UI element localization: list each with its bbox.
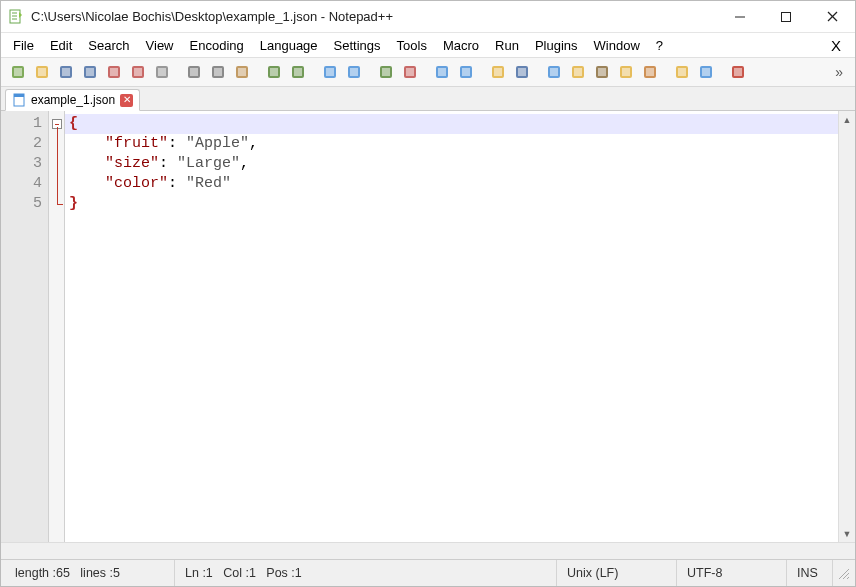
svg-rect-41 — [438, 68, 446, 76]
sync-v-icon[interactable] — [431, 61, 453, 83]
svg-rect-59 — [678, 68, 686, 76]
close-all-icon[interactable] — [127, 61, 149, 83]
svg-rect-19 — [134, 68, 142, 76]
svg-rect-55 — [622, 68, 630, 76]
status-cursor: Ln : 1 Col : 1 Pos : 1 — [175, 560, 557, 586]
status-encoding[interactable]: UTF-8 — [677, 560, 787, 586]
menu-file[interactable]: File — [5, 36, 42, 55]
svg-rect-57 — [646, 68, 654, 76]
svg-rect-21 — [158, 68, 166, 76]
status-eol[interactable]: Unix (LF) — [557, 560, 677, 586]
toolbar-overflow-icon[interactable]: » — [829, 64, 849, 80]
svg-rect-53 — [598, 68, 606, 76]
svg-line-68 — [847, 577, 849, 579]
monitor-icon[interactable] — [671, 61, 693, 83]
svg-rect-17 — [110, 68, 118, 76]
menu-edit[interactable]: Edit — [42, 36, 80, 55]
editor[interactable]: 12345 { "fruit": "Apple", "size": "Large… — [1, 111, 838, 542]
menu-view[interactable]: View — [138, 36, 182, 55]
menu-encoding[interactable]: Encoding — [182, 36, 252, 55]
zoom-in-icon[interactable] — [375, 61, 397, 83]
print-icon[interactable] — [151, 61, 173, 83]
horizontal-scrollbar[interactable] — [1, 542, 855, 559]
svg-rect-43 — [462, 68, 470, 76]
resize-grip-icon[interactable] — [833, 565, 851, 581]
toolbar: » — [1, 57, 855, 87]
status-length-lines: length : 65 lines : 5 — [5, 560, 175, 586]
close-button[interactable] — [809, 1, 855, 33]
func-list-icon[interactable] — [615, 61, 637, 83]
code-line[interactable]: } — [65, 194, 838, 214]
status-insert-mode[interactable]: INS — [787, 560, 833, 586]
svg-rect-11 — [38, 68, 46, 76]
code-line[interactable]: { — [65, 114, 838, 134]
menu-settings[interactable]: Settings — [326, 36, 389, 55]
all-chars-icon[interactable] — [511, 61, 533, 83]
menu-search[interactable]: Search — [80, 36, 137, 55]
svg-rect-35 — [350, 68, 358, 76]
code-line[interactable]: "color": "Red" — [65, 174, 838, 194]
svg-rect-45 — [494, 68, 502, 76]
svg-rect-13 — [62, 68, 70, 76]
svg-rect-37 — [382, 68, 390, 76]
replace-icon[interactable] — [343, 61, 365, 83]
lang-icon[interactable] — [567, 61, 589, 83]
wrap-icon[interactable] — [487, 61, 509, 83]
redo-icon[interactable] — [287, 61, 309, 83]
svg-rect-63 — [734, 68, 742, 76]
new-file-icon[interactable] — [7, 61, 29, 83]
indent-guide-icon[interactable] — [543, 61, 565, 83]
menu-macro[interactable]: Macro — [435, 36, 487, 55]
svg-rect-33 — [326, 68, 334, 76]
menu-overflow[interactable]: X — [821, 35, 851, 56]
svg-rect-9 — [14, 68, 22, 76]
tab-example-1-json[interactable]: example_1.json ✕ — [5, 89, 140, 111]
copy-icon[interactable] — [207, 61, 229, 83]
svg-rect-51 — [574, 68, 582, 76]
svg-rect-27 — [238, 68, 246, 76]
sync-h-icon[interactable] — [455, 61, 477, 83]
find-icon[interactable] — [319, 61, 341, 83]
svg-rect-31 — [294, 68, 302, 76]
folder-icon[interactable] — [639, 61, 661, 83]
svg-rect-23 — [190, 68, 198, 76]
editor-area: 12345 { "fruit": "Apple", "size": "Large… — [1, 111, 855, 542]
menu-bar: FileEditSearchViewEncodingLanguageSettin… — [1, 33, 855, 57]
svg-rect-61 — [702, 68, 710, 76]
spell-icon[interactable] — [695, 61, 717, 83]
code-line[interactable]: "fruit": "Apple", — [65, 134, 838, 154]
menu-[interactable]: ? — [648, 36, 671, 55]
vertical-scrollbar[interactable]: ▲ ▼ — [838, 111, 855, 542]
scroll-down-icon[interactable]: ▼ — [839, 525, 855, 542]
save-all-icon[interactable] — [79, 61, 101, 83]
tab-bar: example_1.json ✕ — [1, 87, 855, 111]
scroll-up-icon[interactable]: ▲ — [839, 111, 855, 128]
menu-tools[interactable]: Tools — [389, 36, 435, 55]
file-icon — [12, 93, 26, 107]
status-bar: length : 65 lines : 5 Ln : 1 Col : 1 Pos… — [1, 542, 855, 586]
menu-run[interactable]: Run — [487, 36, 527, 55]
tab-close-icon[interactable]: ✕ — [120, 94, 133, 107]
menu-window[interactable]: Window — [586, 36, 648, 55]
doc-map-icon[interactable] — [591, 61, 613, 83]
save-icon[interactable] — [55, 61, 77, 83]
title-bar: C:\Users\Nicolae Bochis\Desktop\example_… — [1, 1, 855, 33]
svg-rect-25 — [214, 68, 222, 76]
code-area[interactable]: { "fruit": "Apple", "size": "Large", "co… — [65, 111, 838, 542]
app-icon — [7, 8, 25, 26]
record-macro-icon[interactable] — [727, 61, 749, 83]
undo-icon[interactable] — [263, 61, 285, 83]
svg-rect-29 — [270, 68, 278, 76]
window-title: C:\Users\Nicolae Bochis\Desktop\example_… — [31, 9, 717, 24]
cut-icon[interactable] — [183, 61, 205, 83]
code-line[interactable]: "size": "Large", — [65, 154, 838, 174]
menu-plugins[interactable]: Plugins — [527, 36, 586, 55]
menu-language[interactable]: Language — [252, 36, 326, 55]
paste-icon[interactable] — [231, 61, 253, 83]
open-file-icon[interactable] — [31, 61, 53, 83]
svg-rect-47 — [518, 68, 526, 76]
minimize-button[interactable] — [717, 1, 763, 33]
close-icon[interactable] — [103, 61, 125, 83]
maximize-button[interactable] — [763, 1, 809, 33]
zoom-out-icon[interactable] — [399, 61, 421, 83]
